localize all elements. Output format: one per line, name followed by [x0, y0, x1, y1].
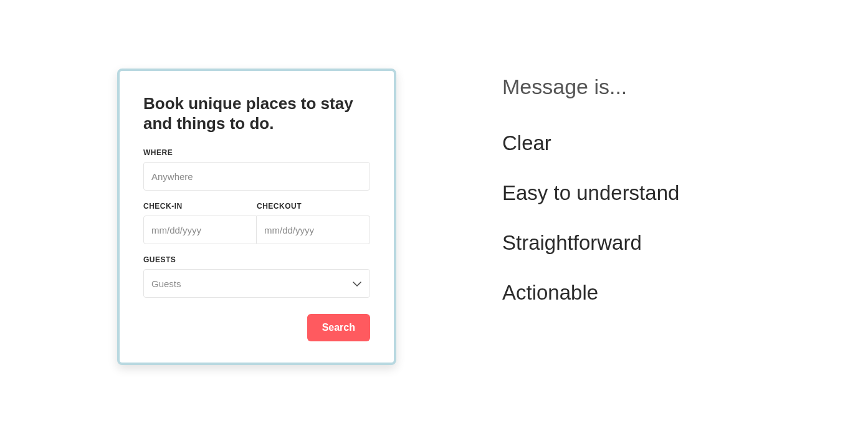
guests-select-wrapper: Guests	[143, 269, 370, 298]
annotation-item: Clear	[502, 131, 679, 155]
booking-card: Book unique places to stay and things to…	[117, 69, 396, 365]
guests-label: GUESTS	[143, 255, 370, 264]
annotations-panel: Message is... Clear Easy to understand S…	[502, 69, 679, 331]
where-field-group: WHERE	[143, 148, 370, 191]
main-container: Book unique places to stay and things to…	[0, 0, 868, 365]
where-label: WHERE	[143, 148, 370, 157]
checkout-field-group: CHECKOUT	[257, 202, 370, 244]
guests-select[interactable]: Guests	[143, 269, 370, 298]
date-row: CHECK-IN CHECKOUT	[143, 202, 370, 244]
annotation-item: Actionable	[502, 281, 679, 305]
annotation-item: Straightforward	[502, 231, 679, 255]
search-button[interactable]: Search	[307, 314, 370, 341]
checkout-input[interactable]	[257, 216, 370, 244]
checkin-input[interactable]	[143, 216, 257, 244]
annotations-heading: Message is...	[502, 75, 679, 99]
where-input[interactable]	[143, 162, 370, 191]
checkin-field-group: CHECK-IN	[143, 202, 257, 244]
annotation-item: Easy to understand	[502, 181, 679, 205]
button-row: Search	[143, 314, 370, 341]
card-title: Book unique places to stay and things to…	[143, 93, 370, 133]
checkin-label: CHECK-IN	[143, 202, 257, 211]
guests-field-group: GUESTS Guests	[143, 255, 370, 298]
checkout-label: CHECKOUT	[257, 202, 370, 211]
